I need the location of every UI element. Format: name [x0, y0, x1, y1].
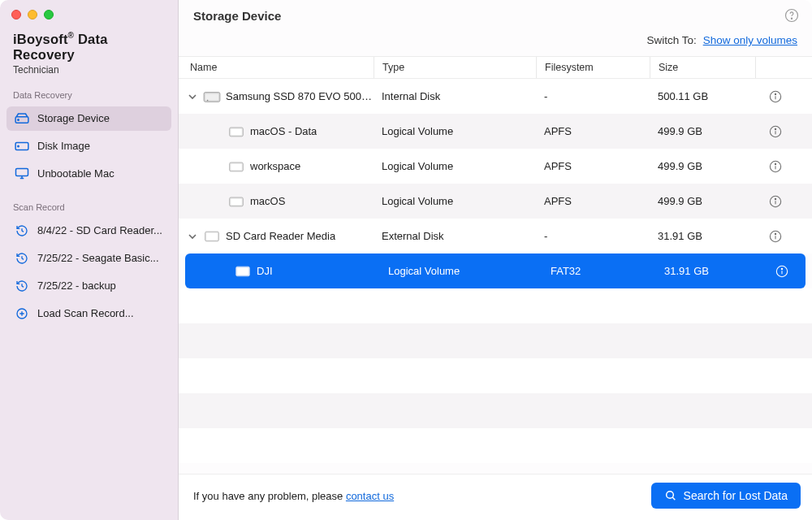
history-icon — [15, 280, 29, 292]
info-button[interactable] — [762, 265, 802, 278]
sidebar-item-scan-record-0[interactable]: 8/4/22 - SD Card Reader... — [6, 219, 171, 243]
col-header-size[interactable]: Size — [650, 57, 755, 78]
search-for-lost-data-button[interactable]: Search for Lost Data — [651, 483, 801, 509]
app-window: iBoysoft® Data Recovery Technician Data … — [0, 0, 812, 520]
row-type: Internal Disk — [374, 90, 536, 102]
sidebar-item-label: 7/25/22 - backup — [37, 280, 116, 292]
close-icon[interactable] — [11, 10, 21, 20]
table-row[interactable]: macOS Logical Volume APFS 499.9 GB — [179, 184, 812, 219]
col-header-filesystem[interactable]: Filesystem — [536, 57, 650, 78]
search-button-label: Search for Lost Data — [684, 489, 788, 502]
svg-point-20 — [775, 163, 775, 164]
row-name: SD Card Reader Media — [226, 230, 335, 242]
svg-point-3 — [18, 145, 19, 147]
table-row[interactable]: SD Card Reader Media External Disk - 31.… — [179, 219, 812, 254]
row-filesystem: FAT32 — [542, 265, 656, 277]
svg-point-1 — [18, 119, 19, 120]
sidebar-item-label: Storage Device — [37, 112, 110, 124]
row-filesystem: - — [536, 90, 650, 102]
info-button[interactable] — [755, 160, 796, 173]
col-header-name[interactable]: Name — [179, 62, 374, 73]
disk-image-icon — [15, 140, 29, 153]
row-size: 31.91 GB — [656, 265, 762, 277]
row-filesystem: - — [536, 230, 650, 242]
sidebar-item-storage-device[interactable]: Storage Device — [6, 106, 171, 131]
help-icon[interactable] — [784, 8, 799, 23]
device-table: Name Type Filesystem Size Samsung SSD 87… — [179, 56, 812, 474]
info-button[interactable] — [755, 90, 796, 103]
volume-icon — [227, 158, 245, 175]
chevron-down-icon[interactable] — [187, 93, 198, 101]
volume-icon — [227, 193, 245, 210]
external-disk-icon — [203, 228, 221, 245]
internal-disk-icon — [203, 89, 221, 105]
sidebar-item-label: Disk Image — [37, 140, 90, 152]
monitor-icon — [15, 167, 29, 180]
row-name: workspace — [250, 160, 300, 172]
sidebar-item-scan-record-2[interactable]: 7/25/22 - backup — [6, 274, 171, 298]
table-row-selected[interactable]: DJI Logical Volume FAT32 31.91 GB — [185, 254, 806, 288]
table-row[interactable]: Samsung SSD 870 EVO 500GB... Internal Di… — [179, 79, 812, 114]
row-size: 499.9 GB — [650, 125, 755, 137]
table-row[interactable]: macOS - Data Logical Volume APFS 499.9 G… — [179, 114, 812, 149]
plus-circle-icon — [15, 307, 29, 320]
footer: If you have any problem, please contact … — [179, 474, 812, 520]
svg-point-16 — [775, 128, 775, 129]
svg-point-24 — [775, 198, 775, 199]
row-name: Samsung SSD 870 EVO 500GB... — [226, 90, 374, 102]
svg-rect-18 — [231, 163, 241, 170]
table-row[interactable]: workspace Logical Volume APFS 499.9 GB — [179, 149, 812, 184]
row-type: Logical Volume — [374, 195, 536, 207]
volume-icon — [234, 263, 252, 280]
col-header-info — [755, 57, 796, 78]
row-type: Logical Volume — [380, 265, 542, 277]
sidebar-item-disk-image[interactable]: Disk Image — [6, 134, 171, 158]
brand-title: iBoysoft® Data Recovery — [13, 31, 165, 63]
svg-point-33 — [666, 492, 673, 499]
row-size: 499.9 GB — [650, 195, 755, 207]
switch-row: Switch To: Show only volumes — [179, 32, 812, 56]
row-type: External Disk — [374, 230, 536, 242]
history-icon — [15, 252, 29, 265]
switch-link[interactable]: Show only volumes — [703, 34, 797, 46]
svg-rect-14 — [231, 128, 241, 135]
table-empty-area — [179, 288, 812, 463]
svg-point-12 — [775, 93, 775, 94]
zoom-icon[interactable] — [44, 10, 54, 20]
svg-rect-26 — [206, 232, 217, 239]
sidebar-item-label: Load Scan Record... — [37, 307, 134, 319]
row-name: DJI — [257, 265, 273, 277]
header: Storage Device — [179, 0, 812, 32]
row-filesystem: APFS — [536, 195, 650, 207]
row-size: 31.91 GB — [650, 230, 755, 242]
svg-rect-22 — [231, 198, 241, 205]
row-name: macOS — [250, 195, 285, 207]
brand-subtitle: Technician — [13, 64, 165, 76]
svg-point-7 — [791, 18, 792, 19]
minimize-icon[interactable] — [28, 10, 37, 20]
hard-drive-icon — [15, 112, 29, 125]
sidebar-item-load-scan-record[interactable]: Load Scan Record... — [6, 301, 171, 326]
sidebar-item-label: 8/4/22 - SD Card Reader... — [37, 224, 162, 236]
info-button[interactable] — [755, 125, 796, 138]
sidebar-item-unbootable-mac[interactable]: Unbootable Mac — [6, 162, 171, 186]
row-size: 500.11 GB — [650, 90, 755, 102]
row-type: Logical Volume — [374, 125, 536, 137]
footer-text: If you have any problem, please contact … — [193, 490, 394, 502]
svg-point-28 — [775, 233, 775, 234]
contact-link[interactable]: contact us — [346, 490, 394, 502]
sidebar-item-label: Unbootable Mac — [37, 167, 114, 180]
col-header-type[interactable]: Type — [374, 57, 536, 78]
main-panel: Storage Device Switch To: Show only volu… — [179, 0, 812, 520]
footer-prefix: If you have any problem, please — [193, 490, 346, 502]
switch-label: Switch To: — [646, 34, 696, 46]
volume-icon — [227, 124, 245, 140]
section-label-data-recovery: Data Recovery — [0, 76, 178, 105]
info-button[interactable] — [755, 230, 796, 243]
svg-point-32 — [781, 268, 782, 269]
sidebar-item-scan-record-1[interactable]: 7/25/22 - Seagate Basic... — [6, 246, 171, 271]
brand-title-pre: iBoysoft — [13, 32, 68, 46]
svg-rect-30 — [237, 267, 248, 274]
info-button[interactable] — [755, 195, 796, 208]
chevron-down-icon[interactable] — [187, 232, 198, 240]
